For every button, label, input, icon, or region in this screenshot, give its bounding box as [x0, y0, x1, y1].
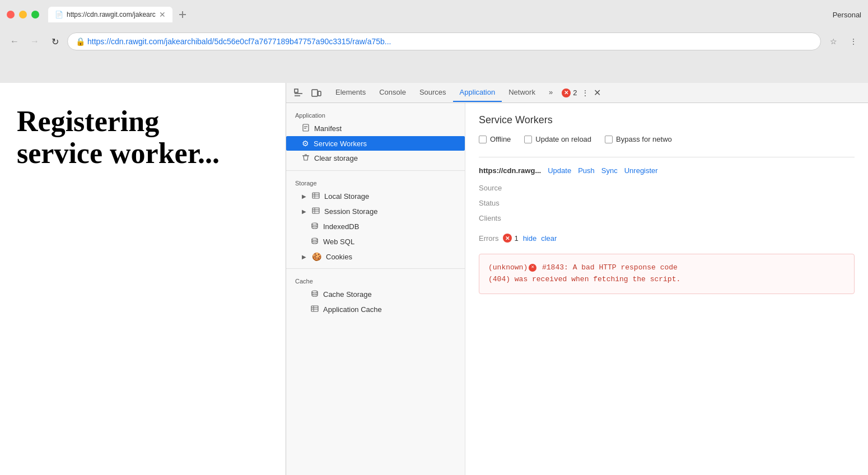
session-storage-label: Session Storage: [324, 207, 377, 216]
checkboxes-row: Offline Update on reload Bypass for netw…: [479, 135, 855, 143]
sidebar-item-cookies[interactable]: ▶ 🍪 Cookies: [286, 249, 465, 264]
reload-button[interactable]: ↻: [47, 34, 63, 49]
sidebar-item-application-cache[interactable]: Application Cache: [286, 302, 465, 317]
error-badge: ✕ 2: [562, 89, 577, 97]
errors-hide-link[interactable]: hide: [523, 234, 537, 243]
sidebar-item-clear-storage[interactable]: Clear storage: [286, 151, 465, 166]
bookmark-button[interactable]: ☆: [825, 34, 841, 49]
bypass-for-network-checkbox[interactable]: Bypass for netwo: [605, 135, 672, 143]
sidebar-item-indexeddb[interactable]: IndexedDB: [286, 219, 465, 234]
device-toolbar-icon[interactable]: [309, 85, 324, 101]
tab-network[interactable]: Network: [502, 83, 542, 102]
minimize-button[interactable]: [19, 11, 27, 18]
back-button[interactable]: ←: [7, 34, 22, 49]
sw-url: https://cdn.rawg...: [479, 166, 541, 175]
offline-checkbox-box[interactable]: [479, 136, 487, 143]
clients-label: Clients: [479, 214, 546, 222]
manifest-icon: [302, 124, 310, 133]
clients-value: [546, 214, 855, 222]
sw-sync-link[interactable]: Sync: [601, 166, 618, 175]
manifest-label: Manifest: [314, 124, 342, 133]
sidebar-divider-1: [286, 170, 465, 171]
source-label: Source: [479, 184, 546, 192]
error-line1: (unknown)✕ #1843: A bad HTTP response co…: [488, 263, 678, 272]
service-workers-icon: ⚙: [302, 139, 309, 148]
svg-rect-2: [295, 89, 298, 92]
svg-point-22: [312, 291, 318, 293]
update-on-reload-checkbox[interactable]: Update on reload: [524, 135, 591, 143]
devtools-panel: Elements Console Sources Application Net…: [286, 83, 868, 475]
page-content: Registering service worker...: [0, 83, 286, 475]
svg-rect-6: [318, 91, 321, 96]
svg-rect-12: [312, 193, 319, 198]
sw-update-link[interactable]: Update: [548, 166, 571, 175]
errors-clear-link[interactable]: clear: [541, 234, 557, 243]
cookies-label: Cookies: [326, 253, 352, 261]
update-on-reload-label: Update on reload: [535, 135, 591, 143]
application-cache-label: Application Cache: [323, 305, 382, 314]
devtools-icon-group: [291, 85, 324, 101]
tab-title: https://cdn.rawgit.com/jakearc: [67, 11, 156, 18]
tab-sources[interactable]: Sources: [413, 83, 453, 102]
svg-rect-5: [312, 90, 318, 96]
error-count: 2: [573, 89, 577, 97]
application-cache-icon: [311, 305, 319, 314]
tab-elements[interactable]: Elements: [329, 83, 372, 102]
address-bar: ← → ↻ 🔒 https://cdn.rawgit.com/jakearchi…: [0, 29, 868, 54]
error-line2: (404) was received when fetching the scr…: [488, 275, 680, 283]
storage-section-label: Storage: [286, 175, 465, 189]
error-indicator: ✕ 1: [503, 234, 518, 243]
error-circle-icon: ✕: [562, 89, 571, 97]
sidebar-item-manifest[interactable]: Manifest: [286, 121, 465, 136]
devtools-menu-icon[interactable]: ⋮: [581, 89, 589, 97]
devtools-main-panel: Service Workers Offline Update on reload…: [465, 103, 868, 475]
more-button[interactable]: ⋮: [846, 34, 861, 49]
traffic-lights: [7, 11, 39, 18]
indexeddb-label: IndexedDB: [323, 222, 359, 231]
sidebar-item-session-storage[interactable]: ▶ Session Storage: [286, 204, 465, 219]
maximize-button[interactable]: [31, 11, 39, 18]
devtools-close-icon[interactable]: ✕: [594, 87, 601, 98]
sidebar-item-service-workers[interactable]: ⚙ Service Workers: [286, 136, 465, 151]
svg-point-20: [312, 223, 318, 225]
error-x-icon: ✕: [503, 234, 512, 243]
devtools-sidebar: Application Manifest ⚙ Service: [286, 103, 465, 475]
source-value: [546, 184, 855, 192]
close-button[interactable]: [7, 11, 15, 18]
tab-more[interactable]: »: [542, 83, 559, 102]
errors-count: 1: [514, 234, 518, 243]
clear-storage-icon: [302, 153, 310, 163]
tab-close-icon[interactable]: ✕: [159, 10, 166, 19]
tab-bar: 📄 https://cdn.rawgit.com/jakearc ✕: [48, 7, 833, 22]
bypass-for-network-checkbox-box[interactable]: [605, 136, 613, 143]
info-grid: Source Status Clients: [479, 184, 855, 222]
svg-rect-16: [312, 208, 319, 213]
tab-application[interactable]: Application: [453, 83, 502, 102]
sidebar-item-local-storage[interactable]: ▶ Local Storage: [286, 189, 465, 204]
session-storage-icon: [312, 207, 320, 216]
sw-push-link[interactable]: Push: [578, 166, 595, 175]
cache-storage-icon: [311, 290, 319, 299]
sidebar-item-cache-storage[interactable]: Cache Storage: [286, 287, 465, 302]
new-tab-button[interactable]: [175, 7, 190, 22]
heading-line1: Registering: [17, 105, 159, 137]
profile-label: Personal: [833, 11, 861, 19]
address-text: https://cdn.rawgit.com/jakearchibald/5dc…: [87, 37, 391, 46]
local-storage-icon: [312, 192, 320, 201]
tab-console[interactable]: Console: [372, 83, 413, 102]
errors-label: Errors: [479, 234, 498, 243]
sw-url-row: https://cdn.rawg... Update Push Sync Unr…: [479, 166, 855, 175]
web-sql-label: Web SQL: [323, 238, 354, 246]
page-heading: Registering service worker...: [17, 105, 220, 169]
sidebar-item-web-sql[interactable]: Web SQL: [286, 234, 465, 249]
address-input[interactable]: 🔒 https://cdn.rawgit.com/jakearchibald/5…: [67, 32, 821, 50]
application-section-label: Application: [286, 108, 465, 121]
offline-checkbox[interactable]: Offline: [479, 135, 511, 143]
sw-unregister-link[interactable]: Unregister: [624, 166, 658, 175]
forward-button[interactable]: →: [27, 34, 43, 49]
update-on-reload-checkbox-box[interactable]: [524, 136, 532, 143]
bypass-for-network-label: Bypass for netwo: [616, 135, 672, 143]
browser-tab[interactable]: 📄 https://cdn.rawgit.com/jakearc ✕: [48, 7, 172, 22]
tab-favicon: 📄: [55, 11, 63, 18]
inspector-icon[interactable]: [291, 85, 306, 101]
